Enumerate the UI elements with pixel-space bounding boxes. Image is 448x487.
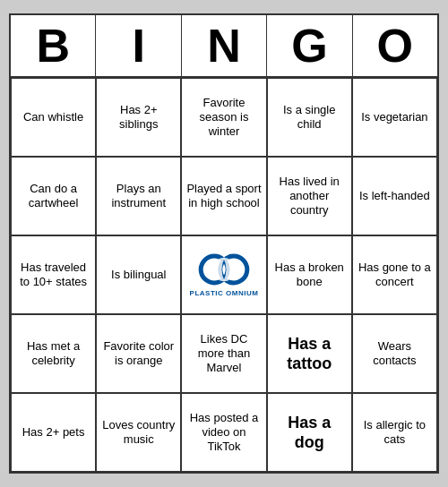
center-logo: PLASTIC OMNIUM — [190, 252, 259, 298]
cell-text: Has 2+ pets — [22, 425, 85, 440]
cell-text-bold: Has a dog — [271, 413, 348, 453]
bingo-cell-15: Has met a celebrity — [11, 314, 96, 393]
cell-text: Favorite color is orange — [100, 339, 177, 369]
bingo-cell-3: Is a single child — [267, 78, 352, 157]
bingo-letter-i: I — [96, 15, 181, 78]
bingo-cell-1: Has 2+ siblings — [96, 78, 181, 157]
cell-text: Can do a cartwheel — [15, 182, 91, 211]
cell-text: Has traveled to 10+ states — [15, 261, 91, 290]
bingo-cell-24: Is allergic to cats — [352, 393, 437, 472]
bingo-letter-b: B — [11, 15, 96, 78]
bingo-cell-21: Loves country music — [96, 393, 181, 472]
bingo-cell-11: Is bilingual — [96, 235, 181, 314]
bingo-cell-10: Has traveled to 10+ states — [11, 235, 96, 314]
bingo-cell-13: Has a broken bone — [267, 235, 352, 314]
cell-text: Loves country music — [100, 418, 177, 448]
cell-text: Has met a celebrity — [15, 339, 91, 369]
bingo-cell-17: Likes DC more than Marvel — [181, 314, 266, 393]
bingo-cell-6: Plays an instrument — [96, 157, 181, 235]
cell-text: Is a single child — [271, 103, 348, 132]
bingo-cell-4: Is vegetarian — [352, 78, 437, 157]
cell-text: Has a broken bone — [271, 261, 348, 290]
cell-text: Has posted a video on TikTok — [185, 411, 262, 455]
bingo-grid: Can whistleHas 2+ siblingsFavorite seaso… — [11, 78, 437, 472]
cell-text: Has gone to a concert — [357, 261, 433, 290]
cell-text: Has lived in another country — [271, 175, 348, 218]
cell-text: Favorite season is winter — [185, 96, 262, 140]
cell-text: Can whistle — [23, 110, 83, 124]
cell-text-bold: Has a tattoo — [271, 334, 348, 374]
bingo-cell-9: Is left-handed — [352, 157, 437, 235]
cell-text: Played a sport in high school — [185, 182, 262, 211]
cell-text: Is vegetarian — [361, 110, 427, 124]
bingo-letter-g: G — [267, 15, 352, 78]
bingo-cell-16: Favorite color is orange — [96, 314, 181, 393]
cell-text: Likes DC more than Marvel — [185, 332, 262, 376]
bingo-cell-23: Has a dog — [267, 393, 352, 472]
bingo-cell-2: Favorite season is winter — [181, 78, 266, 157]
bingo-cell-12: PLASTIC OMNIUM — [181, 235, 266, 314]
cell-text: Is allergic to cats — [357, 418, 433, 448]
bingo-cell-0: Can whistle — [11, 78, 96, 157]
cell-text: Plays an instrument — [100, 182, 177, 211]
bingo-header: BINGO — [11, 15, 437, 78]
bingo-letter-o: O — [353, 15, 437, 78]
bingo-letter-n: N — [182, 15, 267, 78]
cell-text: Has 2+ siblings — [100, 103, 177, 132]
bingo-cell-8: Has lived in another country — [267, 157, 352, 235]
logo-text: PLASTIC OMNIUM — [190, 289, 259, 298]
bingo-cell-19: Wears contacts — [352, 314, 437, 393]
bingo-card: BINGO Can whistleHas 2+ siblingsFavorite… — [9, 13, 439, 474]
cell-text: Is left-handed — [359, 189, 430, 203]
cell-text: Is bilingual — [111, 268, 166, 282]
bingo-cell-7: Played a sport in high school — [181, 157, 266, 235]
svg-point-1 — [220, 256, 247, 283]
bingo-cell-20: Has 2+ pets — [11, 393, 96, 472]
bingo-cell-14: Has gone to a concert — [352, 235, 437, 314]
bingo-cell-5: Can do a cartwheel — [11, 157, 96, 235]
bingo-cell-18: Has a tattoo — [267, 314, 352, 393]
bingo-cell-22: Has posted a video on TikTok — [181, 393, 266, 472]
cell-text: Wears contacts — [357, 339, 433, 369]
